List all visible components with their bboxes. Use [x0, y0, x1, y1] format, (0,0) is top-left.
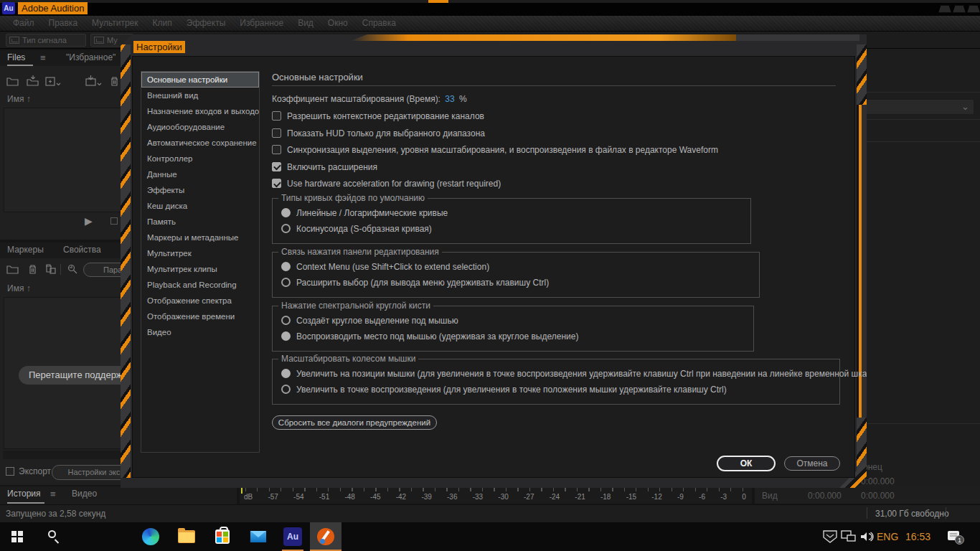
delete-marker-icon[interactable] — [26, 263, 40, 276]
zoom-factor-value[interactable]: 33 — [443, 94, 456, 104]
play-button[interactable]: ▶ — [85, 215, 93, 227]
tab-properties[interactable]: Свойства — [63, 242, 101, 258]
checkbox[interactable] — [272, 145, 281, 154]
menu-item[interactable]: Окно — [321, 16, 355, 31]
settings-category-item[interactable]: Мультитрек — [141, 245, 259, 261]
menu-item[interactable]: Файл — [6, 16, 42, 31]
menu-item[interactable]: Справка — [355, 16, 403, 31]
export-checkbox[interactable] — [6, 467, 14, 476]
settings-category-item[interactable]: Эффекты — [141, 182, 259, 198]
tab-files[interactable]: Files — [7, 50, 25, 65]
settings-category-item[interactable]: Аудиооборудование — [141, 119, 259, 135]
volume-icon — [859, 529, 875, 544]
new-item-icon[interactable] — [44, 75, 62, 88]
import-file-icon[interactable] — [26, 75, 40, 88]
tray-language-indicator[interactable]: ENG — [877, 531, 898, 542]
settings-category-item[interactable]: Маркеры и метаданные — [141, 230, 259, 245]
radio-label: Расширить выбор (для вывода меню удержив… — [296, 278, 549, 288]
dialog-top-accent — [350, 34, 738, 41]
tray-volume-item[interactable] — [858, 522, 877, 551]
settings-category-item[interactable]: Мультитрек клипы — [141, 261, 259, 277]
radio-button[interactable] — [281, 262, 291, 271]
cancel-button[interactable]: Отмена — [784, 456, 840, 471]
settings-category-item[interactable]: Отображение времени — [141, 309, 259, 324]
checkbox[interactable] — [272, 162, 281, 171]
windows-logo-icon — [11, 531, 23, 542]
meter-db-label: -57 — [268, 493, 278, 501]
settings-category-item[interactable]: Назначение входов и выходов — [141, 103, 259, 119]
panel-divider — [861, 141, 980, 142]
radio-button[interactable] — [281, 369, 291, 378]
merge-markers-icon[interactable] — [43, 263, 57, 276]
loop-button[interactable] — [110, 217, 118, 225]
history-menu-icon[interactable]: ≡ — [50, 486, 56, 501]
markers-name-column-header[interactable]: Имя ↑ — [7, 283, 31, 293]
settings-category-item[interactable]: Контроллер — [141, 151, 259, 166]
close-button[interactable] — [967, 5, 980, 13]
settings-category-item[interactable]: Память — [141, 214, 259, 230]
panel-menu-icon[interactable]: ≡ — [40, 50, 46, 65]
tray-clock[interactable]: 16:53 — [905, 531, 930, 542]
radio-button[interactable] — [281, 385, 291, 394]
maximize-button[interactable] — [953, 5, 966, 13]
tab-history[interactable]: История — [7, 486, 41, 501]
ok-button[interactable]: ОК — [717, 456, 776, 471]
save-icon[interactable] — [85, 75, 102, 88]
zoom-marker-icon[interactable] — [66, 263, 80, 276]
settings-category-item[interactable]: Playback and Recording — [141, 277, 259, 293]
tab-markers[interactable]: Маркеры — [7, 242, 44, 258]
meter-db-label: -9 — [677, 493, 684, 501]
audition-icon: Au — [283, 527, 302, 546]
radio-button[interactable] — [281, 208, 291, 217]
titlebar: Au Adobe Audition — [0, 0, 980, 16]
radio-button[interactable] — [281, 331, 291, 341]
settings-category-item[interactable]: Данные — [141, 166, 259, 182]
waveform-view-button[interactable]: Тип сигнала — [6, 34, 86, 47]
taskbar-explorer-button[interactable] — [171, 522, 202, 551]
settings-category-item[interactable]: Автоматическое сохранение — [141, 135, 259, 151]
tab-video[interactable]: Видео — [72, 486, 97, 501]
view-row-label: Вид — [762, 491, 778, 501]
menu-item[interactable]: Вид — [291, 16, 321, 31]
taskbar-mail-button[interactable] — [242, 522, 274, 551]
tray-rog-item[interactable] — [819, 522, 841, 551]
app-icon: Au — [2, 2, 15, 14]
right-panel-dropdown[interactable]: ⌄ — [865, 99, 974, 115]
menu-item[interactable]: Эффекты — [179, 16, 233, 31]
menu-item[interactable]: Клип — [146, 16, 179, 31]
settings-category-item[interactable]: Кеш диска — [141, 198, 259, 214]
settings-category-item[interactable]: Внешний вид — [141, 88, 259, 103]
settings-category-item[interactable]: Видео — [141, 324, 259, 340]
files-name-column-header[interactable]: Имя ↑ — [7, 94, 31, 104]
minimize-button[interactable] — [938, 5, 951, 13]
taskbar-audition-button[interactable]: Au — [277, 522, 308, 551]
taskbar-search-button[interactable] — [37, 522, 69, 551]
tab-favorites[interactable]: "Избранное" — [66, 50, 116, 65]
checkbox[interactable] — [272, 128, 281, 138]
taskbar-edge-button[interactable] — [135, 522, 166, 551]
multitrack-icon — [94, 37, 104, 44]
checkbox-label: Показать HUD только для выбранного диапа… — [287, 128, 485, 138]
open-marker-icon[interactable] — [6, 263, 20, 276]
radio-button[interactable] — [281, 278, 291, 287]
tray-notifications-item[interactable]: 1 — [946, 522, 969, 551]
rog-icon — [822, 529, 838, 544]
radio-button[interactable] — [281, 316, 291, 325]
radio-button[interactable] — [281, 224, 291, 233]
trash-icon[interactable] — [108, 75, 122, 88]
checkbox[interactable] — [272, 111, 281, 121]
meter-db-label: -30 — [498, 493, 508, 501]
reset-warnings-button[interactable]: Сбросить все диалоги предупреждений — [272, 415, 437, 430]
menu-item[interactable]: Мультитрек — [85, 16, 145, 31]
open-file-icon[interactable] — [6, 75, 20, 88]
taskbar-store-button[interactable] — [207, 522, 238, 551]
settings-category-item[interactable]: Основные настройки — [141, 72, 259, 88]
menu-item[interactable]: Правка — [42, 16, 85, 31]
start-button[interactable] — [1, 522, 33, 551]
mail-icon — [250, 531, 266, 542]
tray-network-item[interactable] — [839, 522, 858, 551]
taskbar-capture-tool-button[interactable] — [310, 522, 341, 551]
checkbox[interactable] — [272, 179, 281, 188]
menu-item[interactable]: Избранное — [232, 16, 291, 31]
settings-category-item[interactable]: Отображение спектра — [141, 293, 259, 309]
